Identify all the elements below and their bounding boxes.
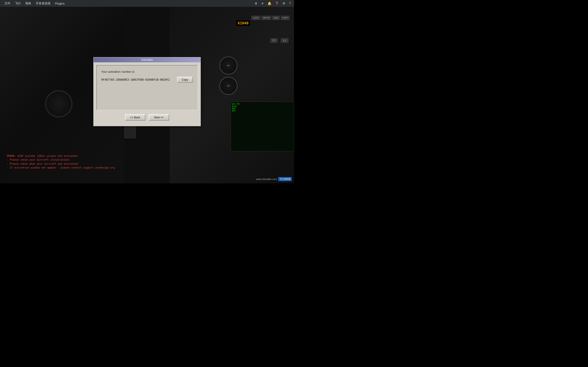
dialog-title-bar: Activation <box>94 57 201 62</box>
activation-label: Your activation number is: <box>101 70 193 73</box>
copy-button[interactable]: Copy <box>177 77 193 83</box>
next-button[interactable]: Next >> <box>149 114 169 121</box>
dialog-content: Your activation number is: 9F4D77A5-280A… <box>94 62 201 126</box>
dialog-buttons: << Back Next >> <box>96 112 198 123</box>
dialog-inner-panel: Your activation number is: 9F4D77A5-280A… <box>96 65 198 110</box>
dialog-title: Activation <box>141 58 153 61</box>
activation-number-row: 9F4D77A5-280A89E3-1B8CFE08-02608F1B-0B26… <box>101 77 193 83</box>
activation-number-text: 9F4D77A5-280A89E3-1B8CFE08-02608F1B-0B26… <box>101 78 175 81</box>
back-button[interactable]: << Back <box>125 114 145 121</box>
activation-dialog: Activation Your activation number is: 9F… <box>93 57 201 126</box>
dialog-overlay: Activation Your activation number is: 9F… <box>0 0 294 184</box>
